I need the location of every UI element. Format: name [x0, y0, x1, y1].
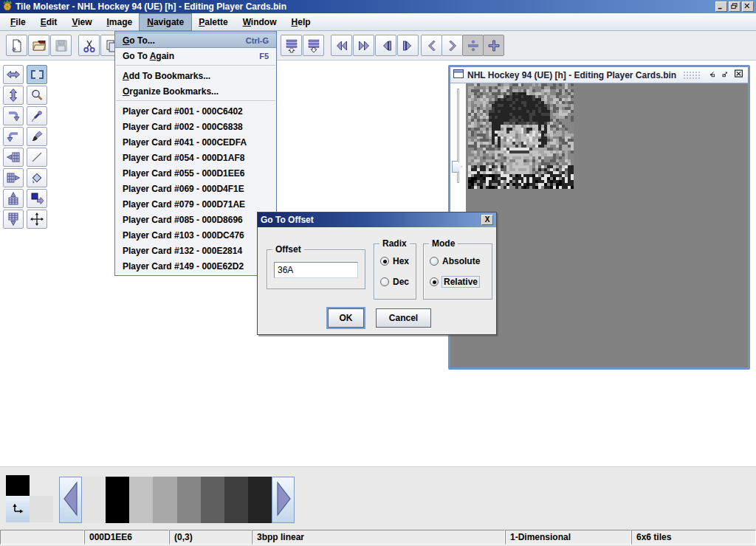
menu-item-add-to-bookmarks[interactable]: Add To Bookmarks...: [115, 68, 276, 83]
menu-item-label: Go To Again: [123, 51, 174, 61]
save-button[interactable]: [50, 35, 72, 56]
palette-scroll-left-button[interactable]: [59, 477, 82, 523]
close-button[interactable]: [742, 1, 754, 12]
menu-item-shortcut: Ctrl-G: [246, 36, 269, 45]
menu-item-player-card-054-000d1af8[interactable]: Player Card #054 - 000D1AF8: [115, 150, 276, 165]
background-color-swatch[interactable]: [30, 496, 53, 522]
palette-swatch[interactable]: [224, 477, 248, 523]
rotate-right-tool[interactable]: [3, 106, 24, 125]
cut-button[interactable]: [78, 35, 100, 56]
row-back-button[interactable]: [375, 35, 396, 56]
minimize-button[interactable]: [715, 1, 727, 12]
menu-item-player-card-079-000d71ae[interactable]: Player Card #079 - 000D71AE: [115, 196, 276, 212]
menu-image[interactable]: Image: [100, 14, 140, 30]
increase-rows-button[interactable]: [303, 35, 324, 56]
fill-tool[interactable]: [27, 168, 47, 187]
selection-tool[interactable]: [27, 65, 47, 84]
radix-dec-label: Dec: [393, 277, 409, 287]
cut-icon: [82, 38, 97, 53]
foreground-color-swatch[interactable]: [6, 475, 30, 496]
eyedropper-tool[interactable]: [27, 106, 47, 125]
menu-bar: FileEditViewImageNavigatePaletteWindowHe…: [0, 13, 756, 31]
menu-item-player-card-055-000d1ee6[interactable]: Player Card #055 - 000D1EE6: [115, 165, 276, 181]
menu-navigate[interactable]: Navigate: [140, 14, 191, 30]
radix-dec-option[interactable]: Dec: [380, 277, 409, 287]
menu-item-player-card-001-000c6402[interactable]: Player Card #001 - 000C6402: [115, 103, 276, 119]
menu-help[interactable]: Help: [284, 14, 318, 30]
dialog-titlebar[interactable]: Go To Offset X: [258, 212, 496, 227]
palette-swatch[interactable]: [129, 477, 153, 523]
open-button[interactable]: [28, 35, 49, 56]
line-tool[interactable]: [27, 148, 47, 167]
status-mode: 1-Dimensional: [505, 530, 631, 545]
radio-unselected-icon: [430, 257, 439, 266]
cancel-button[interactable]: Cancel: [376, 308, 431, 328]
brush-tool[interactable]: [27, 127, 47, 146]
mirror-vertical-tool[interactable]: [3, 86, 24, 105]
palette-swatch[interactable]: [201, 477, 224, 523]
radix-hex-option[interactable]: Hex: [380, 256, 409, 266]
goto-offset-dialog[interactable]: Go To Offset X Offset Radix Hex Dec Mode…: [257, 212, 497, 335]
palette-swatch[interactable]: [248, 477, 272, 523]
offset-input[interactable]: [274, 262, 358, 278]
slider-thumb[interactable]: [452, 161, 462, 173]
tile-back-button[interactable]: [421, 35, 442, 56]
menu-item-player-card-069-000d4f1e[interactable]: Player Card #069 - 000D4F1E: [115, 181, 276, 196]
divide-button[interactable]: [462, 35, 484, 56]
menu-edit[interactable]: Edit: [33, 14, 65, 30]
menu-item-player-card-132-000e2814[interactable]: Player Card #132 - 000E2814: [115, 243, 276, 258]
menu-item-player-card-041-000cedfa[interactable]: Player Card #041 - 000CEDFA: [115, 134, 276, 150]
page-forward-button[interactable]: [353, 35, 374, 56]
menu-item-player-card-103-000dc476[interactable]: Player Card #103 - 000DC476: [115, 227, 276, 243]
mode-relative-option[interactable]: Relative: [430, 277, 479, 287]
mirror-horizontal-icon: [6, 67, 21, 82]
child-window-titlebar[interactable]: NHL Hockey 94 (UE) [h] - Editing Player …: [450, 67, 748, 83]
arrow-left-icon: [61, 478, 80, 522]
page-back-button[interactable]: [331, 35, 352, 56]
mode-absolute-option[interactable]: Absolute: [430, 256, 480, 266]
swap-colors-button[interactable]: [6, 496, 30, 522]
zoom-tool[interactable]: [27, 86, 47, 105]
row-forward-button[interactable]: [397, 35, 419, 56]
shift-down-icon: [6, 212, 21, 227]
move-icon: [30, 212, 44, 227]
shift-down-tool[interactable]: [3, 210, 24, 229]
shift-left-tool[interactable]: [3, 148, 24, 167]
shift-up-tool[interactable]: [3, 189, 24, 208]
tile-forward-button[interactable]: [441, 35, 463, 56]
menu-file[interactable]: File: [3, 14, 33, 30]
palette-swatch[interactable]: [177, 477, 201, 523]
zoom-icon: [30, 88, 44, 103]
child-maximize-button[interactable]: [720, 69, 732, 81]
menu-item-player-card-149-000e62d2[interactable]: Player Card #149 - 000E62D2: [115, 258, 276, 274]
child-close-button[interactable]: [733, 69, 746, 81]
palette-swatch[interactable]: [153, 477, 176, 523]
shift-right-tool[interactable]: [3, 168, 24, 187]
rotate-left-tool[interactable]: [3, 127, 24, 146]
mdi-maximize-icon: [721, 70, 732, 80]
decrease-rows-button[interactable]: [281, 35, 302, 56]
palette-scroll-right-button[interactable]: [272, 477, 295, 523]
menu-item-player-card-002-000c6838[interactable]: Player Card #002 - 000C6838: [115, 119, 276, 134]
player-portrait[interactable]: [468, 83, 574, 189]
restore-button[interactable]: [729, 1, 740, 12]
menu-item-organize-bookmarks[interactable]: Organize Bookmarks...: [115, 83, 276, 99]
menu-item-go-to[interactable]: Go To...Ctrl-G: [115, 32, 276, 48]
window-titlebar[interactable]: Tile Molester - NHL Hockey 94 (UE) [h] -…: [0, 0, 756, 13]
ok-button[interactable]: OK: [328, 308, 364, 328]
color-replace-tool[interactable]: [27, 189, 47, 208]
new-button[interactable]: [6, 35, 27, 56]
child-minimize-button[interactable]: [707, 69, 719, 81]
restore-icon: [730, 2, 739, 11]
dialog-close-button[interactable]: X: [481, 215, 493, 225]
move-tool[interactable]: [27, 210, 47, 229]
palette-swatch[interactable]: [82, 477, 106, 523]
menu-view[interactable]: View: [64, 14, 99, 30]
mirror-horizontal-tool[interactable]: [3, 65, 24, 84]
menu-palette[interactable]: Palette: [191, 14, 235, 30]
palette-swatch[interactable]: [106, 477, 129, 523]
menu-item-go-to-again[interactable]: Go To AgainF5: [115, 48, 276, 63]
menu-window[interactable]: Window: [236, 14, 284, 30]
menu-item-player-card-085-000d8696[interactable]: Player Card #085 - 000D8696: [115, 212, 276, 227]
plus-button[interactable]: [483, 35, 504, 56]
